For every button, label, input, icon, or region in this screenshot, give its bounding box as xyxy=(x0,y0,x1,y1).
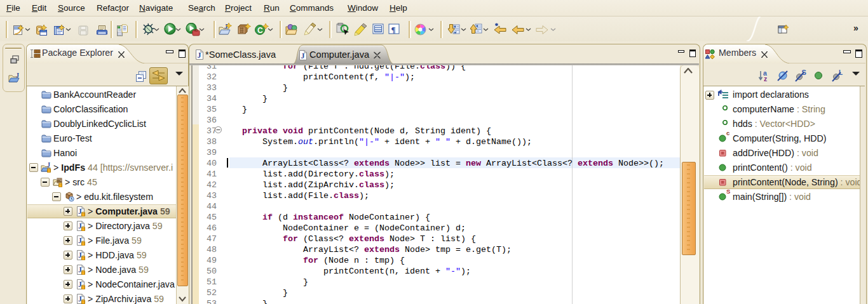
svg-text:C: C xyxy=(257,26,263,35)
svg-text:J: J xyxy=(16,72,19,79)
svg-text:¶: ¶ xyxy=(391,25,396,34)
svg-text:z: z xyxy=(764,75,767,83)
